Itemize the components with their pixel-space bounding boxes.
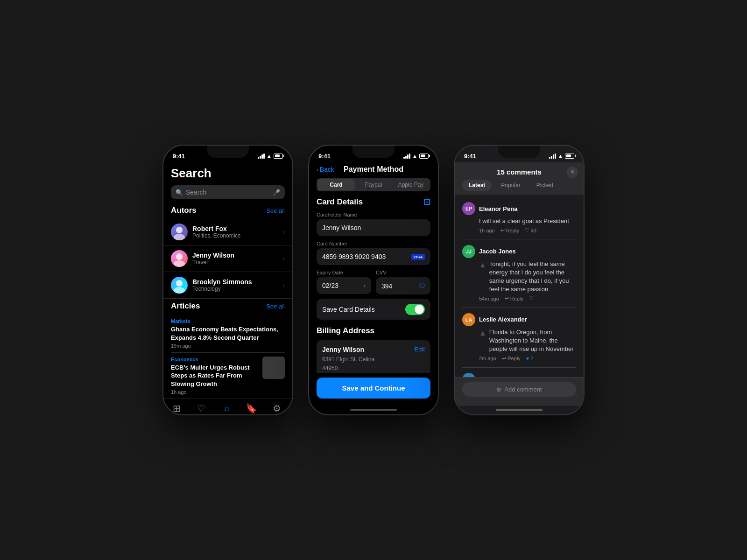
card-number-label: Card Number [317, 241, 430, 246]
avatar-darlene: DR [462, 373, 475, 377]
comment-header-3: DR Darlene Robertson [462, 373, 576, 377]
nav-item-foryou[interactable]: ♡ For You [194, 403, 209, 414]
article-item-1[interactable]: Economics ECB's Muller Urges Robust Step… [163, 353, 292, 399]
billing-section: Billing Address Jenny Wilson 6391 Elgin … [317, 326, 430, 373]
comment-time-2: 2m ago [479, 356, 496, 361]
billing-card: Jenny Wilson 6391 Elgin St. Celina 44950… [317, 340, 430, 373]
chevron-robert-fox: › [282, 228, 285, 236]
author-info-brooklyn-simmons: Brooklyn Simmons Technology [192, 278, 278, 292]
heart-icon-0: ♡ [525, 227, 529, 233]
phone-screen-3: 9:41 ▲ 15 comments [455, 146, 584, 414]
expiry-label: Expiry Date [317, 270, 371, 275]
save-continue-button[interactable]: Save and Continue [317, 378, 430, 399]
tab-applepay[interactable]: Apple Pay [392, 179, 430, 190]
card-number-input[interactable]: 4859 9893 9020 9403 VISA [317, 248, 430, 265]
upvote-icon-2[interactable]: ▲ [479, 329, 486, 337]
phone-notch-2 [352, 146, 395, 158]
nav-item-search[interactable]: ⌕ Search [220, 403, 234, 414]
cardholder-value: Jenny Wilson [322, 224, 361, 231]
comments-screen: 15 comments ✕ Latest Popular Picked EP E… [455, 162, 584, 414]
comment-text-2: Florida to Oregon, from Washington to Ma… [489, 328, 576, 354]
article-category-0: Markets [171, 318, 285, 324]
phone-notch-1 [207, 146, 249, 158]
search-screen: Search 🔍 Search 🎤 Autors See all [163, 162, 292, 414]
tab-picked[interactable]: Picked [530, 180, 560, 191]
bottom-nav-1: ⊞ Today ♡ For You ⌕ Search 🔖 Saved [163, 399, 292, 414]
comment-actions-2: 2m ago ↩ Reply ♥ 2 [479, 356, 576, 362]
nav-item-settings[interactable]: ⚙ Settings [269, 403, 285, 414]
reply-button-0[interactable]: ↩ Reply [500, 227, 519, 233]
nav-item-saved[interactable]: 🔖 Saved [246, 403, 258, 414]
articles-section-header: Articles See all [163, 301, 292, 315]
add-comment-label: Add comment [504, 386, 542, 393]
comments-list: EP Eleanor Pena I will set a clear goal … [455, 195, 584, 377]
tab-card[interactable]: Card [317, 179, 355, 190]
reply-button-2[interactable]: ↩ Reply [502, 356, 521, 362]
reply-button-1[interactable]: ↩ Reply [505, 295, 523, 301]
heart-icon-2: ♥ [526, 356, 529, 361]
phone-notch-3 [498, 146, 540, 158]
author-name-brooklyn-simmons: Brooklyn Simmons [192, 278, 278, 286]
author-item-jenny-wilson[interactable]: Jenny Wilson Travel › [163, 245, 292, 272]
signal-bars-3 [549, 154, 556, 159]
saved-icon: 🔖 [246, 403, 257, 414]
author-item-robert-fox[interactable]: Robert Fox Politics, Economics › [163, 219, 292, 245]
author-item-brooklyn-simmons[interactable]: Brooklyn Simmons Technology › [163, 272, 292, 299]
status-icons-3: ▲ [549, 153, 574, 159]
articles-see-all[interactable]: See all [266, 303, 285, 310]
phone-screen-1: 9:41 ▲ Search [163, 146, 292, 414]
tab-paypal[interactable]: Paypal [355, 179, 392, 190]
cvv-input[interactable]: 394 ⓘ [376, 277, 430, 294]
expiry-value: 02/23 [322, 282, 338, 289]
nav-item-today[interactable]: ⊞ Today [171, 403, 183, 414]
billing-address: 6391 Elgin St. Celina 44950 Palo Alto, C… [322, 355, 374, 373]
comment-author-1: Jacob Jones [479, 248, 516, 255]
add-comment-bar: ⊕ Add comment [455, 377, 584, 406]
like-button-2[interactable]: ♥ 2 [526, 356, 534, 361]
edit-billing-button[interactable]: Edit [415, 346, 425, 353]
scan-icon[interactable]: ⊡ [423, 197, 430, 207]
add-comment-button[interactable]: ⊕ Add comment [462, 382, 576, 397]
avatar-brooklyn-simmons [171, 277, 188, 294]
authors-see-all[interactable]: See all [266, 207, 285, 214]
articles-section: Articles See all Markets Ghana Economy B… [163, 299, 292, 399]
like-count-2: 2 [530, 356, 533, 361]
search-input-container[interactable]: 🔍 Search 🎤 [171, 185, 285, 199]
article-item-0[interactable]: Markets Ghana Economy Beats Expectations… [163, 315, 292, 352]
search-phone: 9:41 ▲ Search [162, 145, 293, 415]
avatar-eleanor: EP [462, 202, 475, 215]
cvv-info-icon: ⓘ [419, 282, 425, 290]
upvote-icon-1[interactable]: ▲ [479, 261, 486, 269]
tab-popular[interactable]: Popular [494, 180, 527, 191]
author-name-robert-fox: Robert Fox [192, 225, 278, 232]
avatar-robert-fox [171, 224, 188, 240]
status-time-2: 9:41 [318, 153, 331, 160]
like-button-1[interactable]: ♡ [529, 295, 534, 301]
search-placeholder: Search [186, 189, 270, 196]
status-time-1: 9:41 [173, 153, 185, 160]
comment-text-1: Tonight, if you feel the same energy tha… [489, 260, 576, 294]
payment-phone: 9:41 ▲ ‹ [308, 145, 439, 415]
article-time-1: 1h ago [171, 389, 259, 395]
card-details-title: Card Details ⊡ [317, 197, 430, 207]
search-icon: 🔍 [176, 189, 183, 196]
authors-section-header: Autors See all [163, 206, 292, 219]
close-comments-button[interactable]: ✕ [567, 167, 578, 178]
expiry-input[interactable]: 02/23 › [317, 277, 371, 294]
article-category-1: Economics [171, 357, 259, 362]
comment-author-0: Eleanor Pena [479, 205, 517, 212]
visa-badge: VISA [411, 254, 425, 260]
cardholder-input[interactable]: Jenny Wilson [317, 219, 430, 236]
like-count-0: 43 [531, 228, 536, 233]
chevron-brooklyn-simmons: › [282, 281, 285, 289]
save-card-row[interactable]: Save Card Details [317, 299, 430, 320]
wifi-icon-2: ▲ [412, 153, 417, 159]
tab-latest[interactable]: Latest [462, 180, 492, 191]
home-indicator-3 [496, 409, 543, 411]
payment-screen: ‹ Back Payment Method Card Paypal Apple … [309, 162, 438, 414]
back-button[interactable]: ‹ Back [317, 166, 334, 173]
comment-item-1: JJ Jacob Jones ▲ Tonight, if you feel th… [455, 241, 584, 306]
like-button-0[interactable]: ♡ 43 [525, 227, 536, 233]
payment-tabs: Card Paypal Apple Pay [317, 178, 430, 191]
save-card-toggle[interactable] [405, 304, 425, 315]
